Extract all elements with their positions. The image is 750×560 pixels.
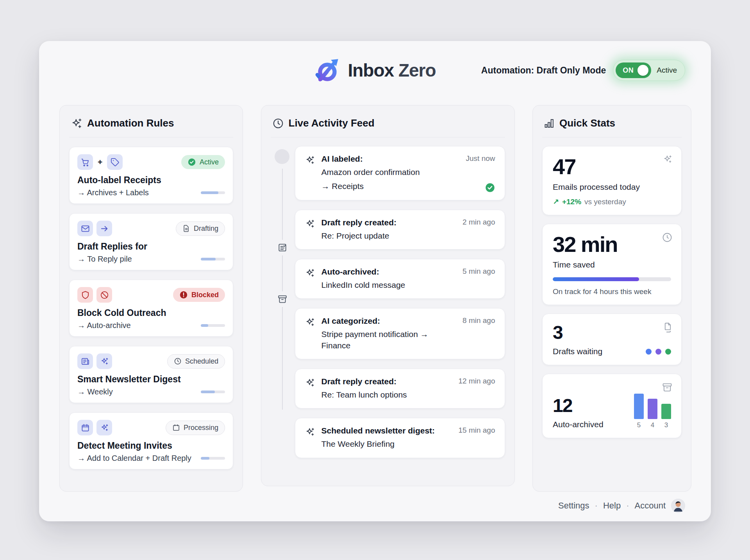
bar-chart-icon — [544, 118, 555, 129]
rule-progress-bar — [201, 324, 225, 327]
rule-action: → To Reply pile — [77, 255, 132, 264]
shopping-cart-icon — [77, 154, 93, 170]
rule-icons — [77, 221, 112, 236]
status-badge-processing: Processing — [166, 421, 225, 435]
sparkles-icon — [305, 219, 315, 229]
rule-card-auto-label-receipts[interactable]: + Active Auto-label Receipts → Archives … — [69, 147, 233, 204]
bar-purple — [648, 399, 657, 419]
feed-item-draft-reply-team-lunch[interactable]: Draft reply created: Re: Team lunch opti… — [295, 369, 505, 408]
stat-card-drafts-waiting[interactable]: 3 Drafts waiting — [542, 314, 682, 365]
user-avatar[interactable] — [671, 499, 685, 513]
rule-action: → Weekly — [77, 387, 113, 396]
feed-timeline-rail — [271, 146, 295, 467]
shield-icon — [77, 287, 93, 303]
arrow-right-icon — [96, 221, 112, 236]
archive-icon — [276, 291, 289, 307]
main-columns: Automation Rules + — [39, 100, 711, 492]
footer: Settings · Help · Account — [558, 499, 685, 513]
feed-action: AI labeled: — [321, 154, 460, 164]
rule-card-smart-newsletter-digest[interactable]: Scheduled Smart Newsletter Digest → Week… — [69, 346, 233, 403]
automation-rules-panel: Automation Rules + — [59, 105, 243, 492]
feed-detail: Re: Team lunch options — [321, 389, 452, 400]
app-window: Inbox Zero Automation: Draft Only Mode O… — [39, 41, 711, 521]
toggle-switch[interactable]: ON — [616, 62, 651, 78]
stat-value: 47 — [553, 156, 671, 178]
newspaper-icon — [77, 353, 93, 369]
settings-link[interactable]: Settings — [558, 501, 589, 511]
app-title: Inbox Zero — [348, 60, 436, 81]
status-badge-drafting: Drafting — [176, 221, 225, 236]
rule-title: Smart Newsletter Digest — [77, 374, 225, 385]
file-text-icon — [182, 225, 190, 232]
feed-item-draft-reply-project-update[interactable]: Draft reply created: Re: Project update … — [295, 210, 505, 250]
footer-separator: · — [595, 501, 598, 511]
quick-stats-panel: Quick Stats 47 Emails processed today ↗ … — [532, 105, 691, 492]
feed-detail: The Weekly Briefing — [321, 439, 452, 449]
auto-archived-mini-bar-chart: 5 4 3 — [634, 394, 671, 429]
toggle-status-label: Active — [657, 66, 677, 75]
time-saved-progress-bar — [553, 277, 671, 281]
feed-item-auto-archived[interactable]: Auto-archived: LinkedIn cold message 5 m… — [295, 259, 505, 299]
stats-panel-header: Quick Stats — [542, 115, 682, 137]
help-link[interactable]: Help — [603, 501, 621, 511]
feed-item-ai-categorized[interactable]: AI categorized: Stripe payment notificat… — [295, 308, 505, 359]
rule-icons — [77, 420, 112, 435]
stat-card-emails-processed[interactable]: 47 Emails processed today ↗ +12% vs yest… — [542, 146, 682, 215]
sparkles-icon — [662, 154, 673, 164]
feed-item-scheduled-newsletter[interactable]: Scheduled newsletter digest: The Weekly … — [295, 418, 505, 458]
rule-title: Block Cold Outreach — [77, 308, 225, 318]
feed-panel-title: Live Activity Feed — [289, 117, 375, 129]
ban-icon — [96, 287, 112, 303]
alert-circle-icon — [179, 291, 188, 299]
feed-detail: Amazon order confirmation — [321, 167, 460, 178]
feed-timestamp: 5 min ago — [462, 267, 495, 291]
stat-label: Drafts waiting — [553, 347, 602, 356]
automation-toggle[interactable]: ON Active — [613, 60, 685, 81]
rule-card-detect-meeting-invites[interactable]: Processing Detect Meeting Invites → Add … — [69, 412, 233, 469]
bar-label: 5 — [637, 421, 641, 429]
rule-action: → Archives + Labels — [77, 188, 149, 197]
check-circle-icon — [485, 182, 495, 193]
rule-progress-bar — [201, 391, 225, 393]
brand: Inbox Zero — [314, 57, 436, 84]
stat-trend: ↗ +12% vs yesterday — [553, 197, 671, 206]
clock-icon — [662, 232, 673, 243]
toggle-on-label: ON — [623, 66, 634, 75]
sparkles-icon — [305, 155, 315, 166]
feed-list: AI labeled: Amazon order confirmation → … — [295, 146, 505, 467]
dot-purple — [655, 349, 661, 355]
calendar-icon — [172, 424, 180, 432]
rule-title: Detect Meeting Invites — [77, 441, 225, 451]
rule-card-block-cold-outreach[interactable]: Blocked Block Cold Outreach → Auto-archi… — [69, 280, 233, 337]
automation-mode-label: Automation: Draft Only Mode — [481, 65, 606, 76]
feed-timestamp: 15 min ago — [458, 426, 495, 449]
footer-separator: · — [626, 501, 629, 511]
rule-card-draft-replies[interactable]: Drafting Draft Replies for → To Reply pi… — [69, 213, 233, 270]
toggle-knob[interactable] — [638, 65, 648, 76]
icon-joiner: + — [98, 157, 102, 167]
feed-detail: LinkedIn cold message — [321, 280, 457, 291]
sparkles-icon — [71, 118, 82, 129]
feed-detail: Re: Project update — [321, 230, 457, 241]
feed-timestamp: 12 min ago — [458, 377, 495, 400]
feed-panel-header: Live Activity Feed — [271, 115, 505, 137]
rules-panel-header: Automation Rules — [69, 115, 233, 137]
stat-label: Emails processed today — [553, 182, 671, 192]
dot-green — [665, 349, 671, 355]
feed-timestamp: 8 min ago — [462, 316, 495, 351]
status-badge-active: Active — [181, 155, 225, 169]
files-icon — [662, 322, 673, 333]
stat-label: Time saved — [553, 260, 671, 269]
inbox-zero-logo-icon — [314, 57, 341, 84]
rule-action: → Add to Calendar + Draft Reply — [77, 454, 191, 463]
dot-blue — [646, 349, 652, 355]
stat-card-time-saved[interactable]: 32 min Time saved On track for 4 hours t… — [542, 224, 682, 305]
stat-value: 12 — [553, 396, 604, 415]
account-link[interactable]: Account — [635, 501, 666, 511]
feed-action: AI categorized: — [321, 316, 457, 326]
calendar-icon — [77, 420, 93, 435]
feed-item-ai-labeled[interactable]: AI labeled: Amazon order confirmation → … — [295, 146, 505, 200]
bar-label: 3 — [664, 421, 668, 429]
stat-card-auto-archived[interactable]: 12 Auto-archived 5 4 — [542, 374, 682, 438]
sparkles-icon — [305, 378, 315, 388]
